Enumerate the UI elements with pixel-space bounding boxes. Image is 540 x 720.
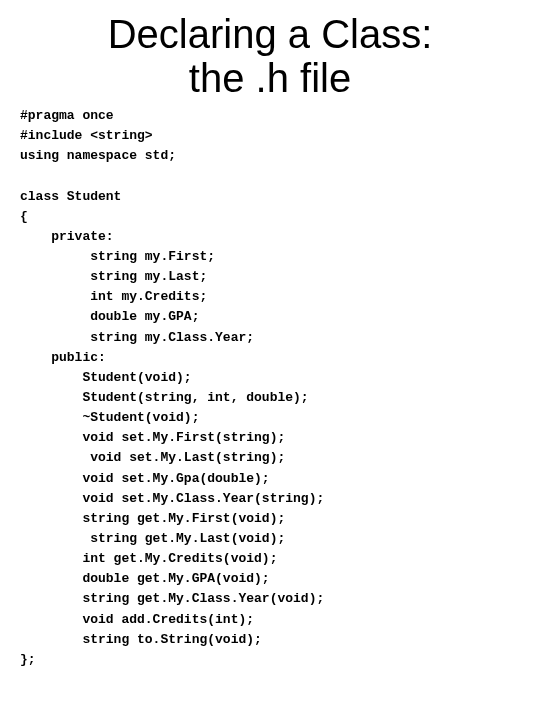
code-line: #include <string> (20, 126, 520, 146)
code-block: #pragma once#include <string>using names… (20, 106, 520, 670)
code-line: ~Student(void); (20, 408, 520, 428)
code-line: string my.First; (20, 247, 520, 267)
code-line: string get.My.Class.Year(void); (20, 589, 520, 609)
code-line: void set.My.Class.Year(string); (20, 489, 520, 509)
code-line: using namespace std; (20, 146, 520, 166)
code-line: int my.Credits; (20, 287, 520, 307)
code-line: Student(string, int, double); (20, 388, 520, 408)
code-line: void set.My.Last(string); (20, 448, 520, 468)
code-line: void set.My.Gpa(double); (20, 469, 520, 489)
slide: Declaring a Class: the .h file #pragma o… (0, 0, 540, 720)
code-line: string my.Class.Year; (20, 328, 520, 348)
code-line: { (20, 207, 520, 227)
code-line: string to.String(void); (20, 630, 520, 650)
code-line: string get.My.Last(void); (20, 529, 520, 549)
code-line: double my.GPA; (20, 307, 520, 327)
code-line: class Student (20, 187, 520, 207)
code-line: string my.Last; (20, 267, 520, 287)
code-line: public: (20, 348, 520, 368)
title-line-2: the .h file (189, 56, 351, 100)
slide-title: Declaring a Class: the .h file (20, 12, 520, 100)
code-line: void add.Credits(int); (20, 610, 520, 630)
title-line-1: Declaring a Class: (108, 12, 433, 56)
code-line: int get.My.Credits(void); (20, 549, 520, 569)
code-line: double get.My.GPA(void); (20, 569, 520, 589)
code-line (20, 166, 520, 186)
code-line: string get.My.First(void); (20, 509, 520, 529)
code-line: Student(void); (20, 368, 520, 388)
code-line: }; (20, 650, 520, 670)
code-line: private: (20, 227, 520, 247)
code-line: #pragma once (20, 106, 520, 126)
code-line: void set.My.First(string); (20, 428, 520, 448)
